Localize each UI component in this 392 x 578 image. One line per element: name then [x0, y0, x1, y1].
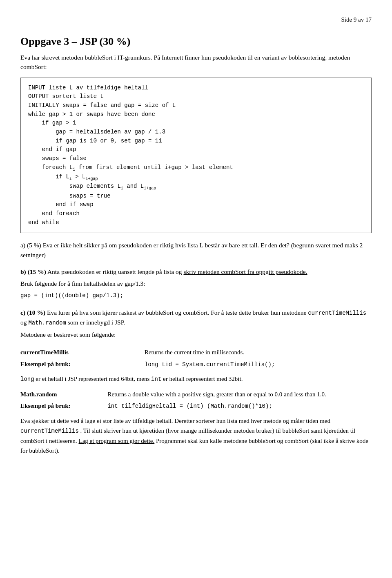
code-line-6: gap = heltallsdelen av gap / 1.3	[28, 129, 165, 135]
code-line-9: swaps = false	[28, 155, 87, 162]
long-note-line: long er et heltall i JSP representert me…	[20, 374, 372, 384]
methods-table: currentTimeMillis Returns the current ti…	[20, 347, 372, 370]
pseudocode-block: INPUT liste L av tilfeldige heltall OUTP…	[20, 78, 372, 233]
method-row-1: currentTimeMillis Returns the current ti…	[20, 347, 372, 358]
method-name-1: currentTimeMillis	[20, 347, 145, 358]
page-header: Side 9 av 17	[20, 16, 372, 23]
part-c-code1: currentTimeMillis	[308, 310, 366, 316]
part-c-intro-text: Eva lurer på hva som kjører raskest av b…	[47, 309, 308, 316]
part-c: c) (10 %) Eva lurer på hva som kjører ra…	[20, 308, 372, 339]
code-line-2: OUTPUT sortert liste L	[28, 93, 104, 100]
final-code-span: currentTimeMillis	[20, 428, 79, 434]
intro-text: Eva har skrevet metoden bubbleSort i IT-…	[20, 53, 372, 72]
method-example-label-2: Eksempel på bruk:	[20, 400, 107, 412]
code-line-16: end while	[28, 219, 59, 226]
code-line-8: end if gap	[28, 146, 76, 153]
method-name-2: Math.random	[20, 389, 107, 400]
final-text-1: Eva sjekker ut dette ved å lage ei stor …	[20, 418, 330, 424]
method-example-label-1: Eksempel på bruk:	[20, 358, 145, 370]
part-c-desc: Metodene er beskrevet som følgende:	[20, 330, 372, 339]
long-note-text2: er heltall representert med 32bit.	[163, 376, 243, 382]
method-desc-1: Returns the current time in milliseconds…	[145, 347, 372, 358]
part-b: b) (15 %) Anta pseudokoden er riktig uan…	[20, 267, 372, 300]
part-c-code2: Math.random	[28, 320, 66, 326]
final-paragraph: Eva sjekker ut dette ved å lage ei stor …	[20, 416, 372, 455]
part-a-text: a) (5 %) Eva er ikke helt sikker på om p…	[20, 240, 372, 260]
part-a-label: a) (5 %) Eva er ikke helt sikker på om p…	[20, 242, 363, 258]
long-note-text: er et heltall i JSP representert med 64b…	[36, 376, 151, 382]
part-b-intro: b) (15 %) Anta pseudokoden er riktig uan…	[20, 267, 372, 276]
code-line-10: foreach Li from first element until i+ga…	[28, 164, 233, 171]
method-row-2: Math.random Returns a double value with …	[20, 389, 372, 400]
code-line-3: INITIALLY swaps = false and gap = size o…	[28, 102, 176, 109]
method-example-code-2: int tilfeldigHeltall = (int) (Math.rando…	[107, 400, 372, 412]
method-example-code-1: long tid = System.currentTimeMillis();	[145, 358, 372, 370]
methods-table-2: Math.random Returns a double value with …	[20, 389, 372, 412]
method-desc-2: Returns a double value with a positive s…	[107, 389, 372, 400]
final-underline-text: Lag et program som gjør dette.	[78, 438, 154, 444]
part-c-mid2: som er innebygd i JSP.	[68, 319, 125, 326]
section-title: Oppgave 3 – JSP (30 %)	[20, 36, 372, 48]
code-line-15: end foreach	[28, 210, 80, 217]
code-line-13: swaps = true	[28, 193, 111, 199]
code-line-4: while gap > 1 or swaps have been done	[28, 111, 155, 118]
code-line-11: if Li > Li+gap	[28, 173, 98, 180]
long-keyword: long	[20, 376, 34, 382]
code-line-7: if gap is 10 or 9, set gap = 11	[28, 138, 162, 144]
method-example-row-1: Eksempel på bruk: long tid = System.curr…	[20, 358, 372, 370]
code-line-12: swap elements Li and Li+gap	[28, 183, 156, 189]
part-b-note: Bruk følgende for å finn heltallsdelen a…	[20, 279, 372, 288]
part-a: a) (5 %) Eva er ikke helt sikker på om p…	[20, 240, 372, 260]
method-example-row-2: Eksempel på bruk: int tilfeldigHeltall =…	[20, 400, 372, 412]
part-c-intro-line: c) (10 %) Eva lurer på hva som kjører ra…	[20, 308, 372, 327]
code-line-5: if gap > 1	[28, 120, 76, 126]
part-c-label: c) (10 %)	[20, 309, 45, 316]
part-b-intro-text: b) (15 %) Anta pseudokoden er riktig uan…	[20, 268, 307, 275]
gap-code: gap = (int)((double) gap/1.3);	[20, 291, 372, 300]
part-c-mid1: og	[20, 319, 28, 326]
code-line-14: end if swap	[28, 201, 94, 208]
int-keyword: int	[151, 376, 161, 382]
code-line-1: INPUT liste L av tilfeldige heltall	[28, 84, 148, 91]
